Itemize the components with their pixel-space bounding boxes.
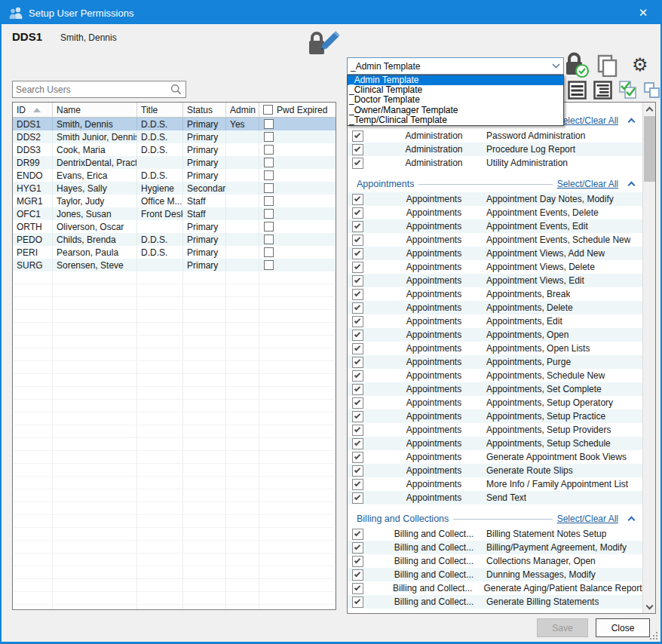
permission-row[interactable]: AppointmentsAppointments, Setup Practice (348, 409, 642, 423)
list-plain-icon[interactable] (568, 81, 587, 100)
permission-checkbox[interactable] (352, 370, 363, 382)
permission-row[interactable]: AdministrationPassword Administration (348, 129, 642, 143)
permission-row[interactable]: Billing and Collect...Collections Manage… (348, 554, 642, 568)
pwd-expired-checkbox[interactable] (264, 119, 274, 129)
template-dropdown[interactable]: _Admin Template (347, 57, 564, 75)
template-option[interactable]: _Admin Template (348, 75, 563, 85)
save-button[interactable]: Save (537, 618, 588, 637)
permission-row[interactable]: AppointmentsAppointment Views, Edit (348, 274, 642, 287)
scroll-up-icon[interactable] (643, 103, 656, 115)
table-row[interactable]: OFC1Jones, SusanFront DeskStaff (13, 207, 336, 220)
column-header-status[interactable]: Status (183, 103, 226, 118)
permission-checkbox[interactable] (352, 569, 363, 581)
permission-checkbox[interactable] (352, 158, 363, 169)
pwd-expired-checkbox[interactable] (264, 209, 274, 219)
collapse-section-icon[interactable] (626, 180, 636, 188)
permission-checkbox[interactable] (352, 207, 363, 219)
pwd-expired-header-checkbox[interactable] (263, 105, 273, 115)
permission-checkbox[interactable] (352, 411, 363, 422)
permission-row[interactable]: Billing and Collect...Generate Billing S… (348, 595, 642, 609)
close-button[interactable]: Close (596, 618, 650, 637)
permission-row[interactable]: AdministrationUtility Administration (348, 156, 642, 170)
template-option[interactable]: _Owner/Manager Template (348, 106, 563, 115)
scroll-down-icon[interactable] (643, 600, 656, 613)
edit-permissions-lock-pencil-icon[interactable] (306, 29, 339, 59)
permission-row[interactable]: AppointmentsAppointment Events, Edit (348, 219, 642, 233)
lock-verified-icon[interactable] (564, 51, 590, 78)
table-row[interactable]: DR99DentrixDental, Pract...Primary (13, 156, 336, 169)
select-clear-all-link[interactable]: Select/Clear All (557, 179, 618, 189)
permission-checkbox[interactable] (352, 425, 363, 436)
permission-checkbox[interactable] (352, 479, 363, 490)
permission-checkbox[interactable] (352, 542, 363, 554)
permission-checkbox[interactable] (352, 452, 363, 463)
permission-checkbox[interactable] (352, 397, 363, 409)
pwd-expired-checkbox[interactable] (264, 260, 274, 270)
collapse-section-icon[interactable] (626, 117, 636, 124)
permission-row[interactable]: Billing and Collect...Dunning Messages, … (348, 568, 642, 581)
permission-checkbox[interactable] (352, 492, 363, 504)
table-row[interactable]: HYG1Hayes, SallyHygieneSecondary (13, 182, 336, 195)
permission-row[interactable]: AppointmentsAppointments, Schedule New (348, 369, 642, 382)
template-option[interactable]: _Clinical Template (348, 85, 563, 95)
permission-row[interactable]: AppointmentsAppointments, Purge (348, 355, 642, 369)
table-row[interactable]: ORTHOliverson, OscarPrimary (13, 220, 336, 233)
search-users-input[interactable] (13, 84, 170, 95)
permission-row[interactable]: AppointmentsAppointment Events, Delete (348, 206, 642, 219)
permission-row[interactable]: AdministrationProcedure Log Report (348, 143, 642, 156)
permission-row[interactable]: AppointmentsAppointments, Delete (348, 301, 642, 314)
permission-row[interactable]: AppointmentsAppointment Views, Delete (348, 260, 642, 274)
table-row[interactable]: DDS3Cook, MariaD.D.S.Primary (13, 143, 336, 156)
permission-checkbox[interactable] (352, 221, 363, 232)
permission-checkbox[interactable] (352, 330, 363, 341)
permission-row[interactable]: AppointmentsAppointment Views, Add New (348, 247, 642, 260)
clear-all-squares-icon[interactable] (643, 81, 662, 100)
permission-checkbox[interactable] (352, 583, 363, 594)
pwd-expired-checkbox[interactable] (264, 235, 274, 244)
table-row[interactable]: MGR1Taylor, JudyOffice M...Staff (13, 195, 336, 207)
permission-row[interactable]: AppointmentsAppointments, Setup Operator… (348, 396, 642, 409)
permission-checkbox[interactable] (352, 248, 363, 259)
permission-row[interactable]: AppointmentsGenerate Route Slips (348, 464, 642, 477)
permission-checkbox[interactable] (352, 144, 363, 155)
pwd-expired-checkbox[interactable] (264, 170, 274, 180)
table-row[interactable]: PERIPearson, PaulaD.D.S.Primary (13, 246, 336, 259)
permission-checkbox[interactable] (352, 262, 363, 273)
permission-checkbox[interactable] (352, 343, 363, 354)
permission-checkbox[interactable] (352, 194, 363, 205)
resize-grip[interactable] (649, 631, 658, 640)
permission-checkbox[interactable] (352, 289, 363, 300)
list-detail-icon[interactable] (593, 81, 612, 100)
permission-checkbox[interactable] (352, 130, 363, 142)
permission-row[interactable]: AppointmentsSend Text (348, 491, 642, 504)
pwd-expired-checkbox[interactable] (264, 158, 274, 167)
column-header-pwd-expired[interactable]: Pwd Expired (259, 103, 336, 118)
table-row[interactable]: ENDOEvans, EricaD.D.S.Primary (13, 169, 336, 182)
permission-row[interactable]: AppointmentsGenerate Appointment Book Vi… (348, 450, 642, 464)
permission-checkbox[interactable] (352, 384, 363, 395)
gear-icon[interactable]: ⚙ (632, 56, 648, 74)
permission-row[interactable]: AppointmentsAppointments, Break (348, 287, 642, 301)
permission-row[interactable]: AppointmentsAppointments, Edit (348, 314, 642, 328)
pwd-expired-checkbox[interactable] (264, 196, 274, 206)
copy-template-icon[interactable] (596, 54, 618, 77)
table-row[interactable]: DDS2Smith Junior, DennisD.D.S.Primary (13, 130, 336, 143)
select-clear-all-link[interactable]: Select/Clear All (557, 115, 618, 126)
permission-row[interactable]: Billing and Collect...Generate Aging/Pat… (348, 581, 642, 595)
permission-row[interactable]: AppointmentsAppointment Day Notes, Modif… (348, 192, 642, 206)
permission-checkbox[interactable] (352, 556, 363, 567)
permission-checkbox[interactable] (352, 275, 363, 287)
pwd-expired-checkbox[interactable] (264, 183, 274, 193)
select-all-checks-icon[interactable] (618, 79, 640, 102)
permission-checkbox[interactable] (352, 529, 363, 540)
close-window-button[interactable]: ✕ (626, 2, 660, 24)
permission-row[interactable]: AppointmentsAppointments, Open Lists (348, 342, 642, 355)
permission-row[interactable]: AppointmentsAppointments, Open (348, 328, 642, 342)
permission-row[interactable]: Billing and Collect...Billing/Payment Ag… (348, 541, 642, 554)
template-option[interactable]: _Doctor Template (348, 95, 563, 105)
pwd-expired-checkbox[interactable] (264, 132, 274, 142)
permission-checkbox[interactable] (352, 357, 363, 368)
pwd-expired-checkbox[interactable] (264, 145, 274, 155)
permission-checkbox[interactable] (352, 235, 363, 246)
permission-row[interactable]: AppointmentsAppointments, Setup Provider… (348, 423, 642, 437)
